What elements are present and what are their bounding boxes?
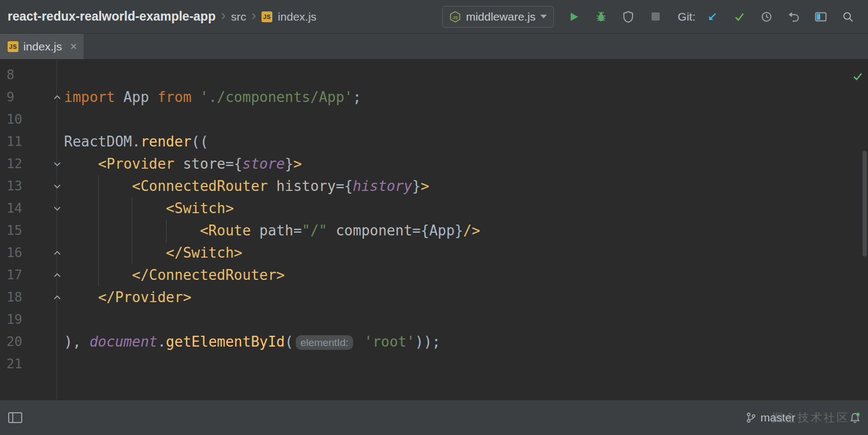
- svg-text:JS: JS: [452, 15, 458, 20]
- gutter: 15: [0, 220, 56, 242]
- debug-icon: [595, 11, 607, 23]
- line-number[interactable]: 18: [0, 286, 56, 309]
- line-number[interactable]: 11: [0, 131, 56, 153]
- code-line: 15 <Route path="/" component={App}/>: [0, 220, 868, 242]
- fold-end-icon[interactable]: [52, 286, 62, 309]
- tab-index-js[interactable]: JS index.js ×: [0, 34, 84, 59]
- code-lines: 89import App from './components/App';101…: [0, 60, 868, 375]
- breadcrumb: react-redux-realworld-example-app › src …: [8, 9, 316, 24]
- code-text[interactable]: <Provider store={store}>: [56, 153, 302, 175]
- code-line: 19: [0, 309, 868, 331]
- line-number[interactable]: 8: [0, 64, 56, 86]
- breadcrumb-file[interactable]: index.js: [278, 10, 316, 23]
- code-line: 11ReactDOM.render((: [0, 131, 868, 153]
- editor[interactable]: 89import App from './components/App';101…: [0, 60, 868, 400]
- tab-label: index.js: [23, 40, 62, 53]
- history-button[interactable]: [753, 5, 780, 29]
- code-text[interactable]: </Provider>: [56, 286, 192, 309]
- gutter: 13: [0, 175, 56, 197]
- line-number[interactable]: 17: [0, 264, 56, 286]
- stop-icon: [652, 12, 660, 21]
- code-text[interactable]: <ConnectedRouter history={history}>: [56, 175, 429, 197]
- editor-tab-bar: JS index.js ×: [0, 34, 868, 60]
- code-text[interactable]: </Switch>: [56, 242, 242, 264]
- code-text[interactable]: <Route path="/" component={App}/>: [56, 220, 480, 242]
- code-text[interactable]: import App from './components/App';: [56, 86, 361, 108]
- coverage-icon: [623, 11, 634, 23]
- watermark: 掘金技术社区: [771, 410, 850, 425]
- notifications-button[interactable]: [850, 412, 860, 424]
- breadcrumb-project[interactable]: react-redux-realworld-example-app: [8, 9, 215, 24]
- debug-button[interactable]: [588, 5, 615, 29]
- line-number[interactable]: 14: [0, 197, 56, 220]
- gutter: 16: [0, 242, 56, 264]
- code-line: 20), document.getElementById(elementId: …: [0, 331, 868, 353]
- fold-start-icon[interactable]: [52, 153, 62, 175]
- line-number[interactable]: 16: [0, 242, 56, 264]
- tool-window-toggle-icon: [8, 412, 23, 424]
- line-number[interactable]: 20: [0, 331, 56, 353]
- stop-button[interactable]: [642, 5, 669, 29]
- tool-window-toggle-button[interactable]: [8, 412, 23, 424]
- tool-windows-icon: [815, 12, 827, 22]
- rollback-undo-icon: [788, 11, 800, 22]
- notifications-bell-icon: [850, 412, 860, 424]
- code-text[interactable]: ), document.getElementById(elementId: 'r…: [56, 331, 441, 353]
- run-config-label: middleware.js: [466, 10, 535, 23]
- run-button[interactable]: [560, 5, 588, 29]
- line-number[interactable]: 10: [0, 108, 56, 131]
- code-line: 12 <Provider store={store}>: [0, 153, 868, 175]
- main-toolbar: react-redux-realworld-example-app › src …: [0, 0, 868, 34]
- code-text[interactable]: [56, 309, 64, 331]
- tool-windows-button[interactable]: [807, 5, 834, 29]
- line-number[interactable]: 12: [0, 153, 56, 175]
- fold-start-icon[interactable]: [52, 197, 62, 220]
- line-number[interactable]: 19: [0, 309, 56, 331]
- inspections-ok-icon[interactable]: [853, 65, 863, 87]
- code-line: 8: [0, 64, 868, 86]
- code-text[interactable]: ReactDOM.render((: [56, 131, 208, 153]
- chevron-separator-icon: ›: [221, 9, 225, 22]
- fold-start-icon[interactable]: [52, 175, 62, 197]
- scrollbar-thumb[interactable]: [863, 151, 867, 257]
- search-icon: [843, 11, 853, 22]
- gutter: 10: [0, 108, 56, 131]
- code-text[interactable]: [56, 108, 64, 131]
- run-config-selector[interactable]: JS middleware.js: [442, 6, 554, 28]
- line-number[interactable]: 13: [0, 175, 56, 197]
- app: react-redux-realworld-example-app › src …: [0, 0, 868, 435]
- tab-close-icon[interactable]: ×: [70, 41, 77, 53]
- line-number[interactable]: 15: [0, 220, 56, 242]
- search-everywhere-button[interactable]: [834, 5, 861, 29]
- commit-button[interactable]: [726, 5, 753, 29]
- chevron-down-icon: [540, 15, 547, 18]
- code-line: 18 </Provider>: [0, 286, 868, 309]
- line-number[interactable]: 21: [0, 353, 56, 375]
- code-line: 10: [0, 108, 868, 131]
- fold-end-icon[interactable]: [52, 264, 62, 286]
- line-number[interactable]: 9: [0, 86, 56, 108]
- js-file-icon: JS: [8, 41, 18, 52]
- code-text[interactable]: [56, 353, 64, 375]
- fold-end-icon[interactable]: [52, 86, 62, 108]
- gutter: 9: [0, 86, 56, 108]
- update-project-icon: [707, 11, 718, 22]
- run-coverage-button[interactable]: [615, 5, 642, 29]
- js-file-icon: JS: [261, 11, 272, 22]
- git-label: Git:: [678, 10, 695, 23]
- update-project-button[interactable]: [699, 5, 726, 29]
- fold-end-icon[interactable]: [52, 242, 62, 264]
- code-line: 17 </ConnectedRouter>: [0, 264, 868, 286]
- gutter: 14: [0, 197, 56, 220]
- rollback-button[interactable]: [780, 5, 807, 29]
- clock-history-icon: [761, 11, 772, 22]
- breadcrumb-src[interactable]: src: [231, 10, 246, 23]
- code-line: 13 <ConnectedRouter history={history}>: [0, 175, 868, 197]
- code-text[interactable]: <Switch>: [56, 197, 234, 220]
- git-branch-icon: [745, 412, 756, 424]
- gutter: 12: [0, 153, 56, 175]
- code-text[interactable]: </ConnectedRouter>: [56, 264, 285, 286]
- gutter: 17: [0, 264, 56, 286]
- code-text[interactable]: [56, 64, 64, 86]
- gutter: 21: [0, 353, 56, 375]
